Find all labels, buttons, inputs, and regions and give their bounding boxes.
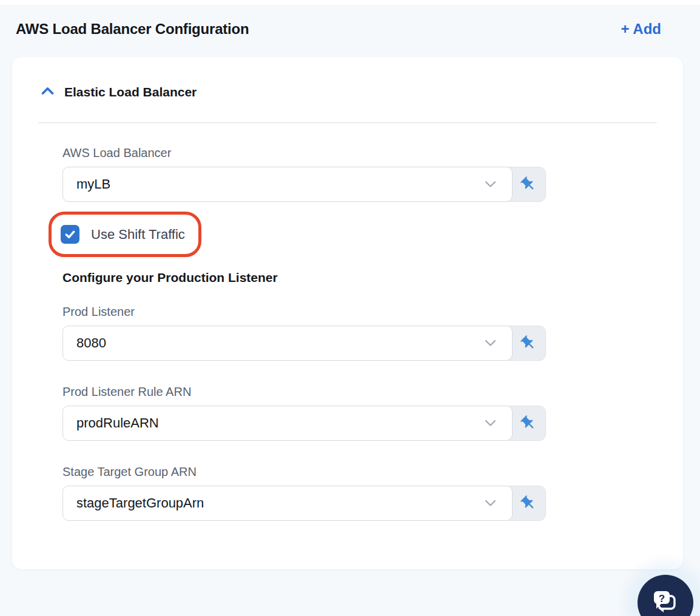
- field-prod-listener: Prod Listener 8080: [62, 305, 546, 361]
- page-title: AWS Load Balancer Configuration: [16, 21, 249, 38]
- chevron-down-icon: [485, 420, 496, 427]
- field-label: Stage Target Group ARN: [62, 465, 546, 479]
- pushpin-icon: [520, 495, 537, 512]
- prod-listener-select-group: 8080: [62, 326, 546, 361]
- field-label: Prod Listener: [62, 305, 546, 319]
- select-value: prodRuleARN: [76, 415, 159, 431]
- field-aws-load-balancer: AWS Load Balancer myLB: [62, 146, 546, 202]
- prod-listener-rule-arn-select[interactable]: prodRuleARN: [62, 406, 513, 441]
- chat-question-icon: ?: [651, 588, 680, 616]
- field-label: Prod Listener Rule ARN: [62, 385, 546, 399]
- select-value: myLB: [76, 176, 110, 192]
- field-prod-listener-rule-arn: Prod Listener Rule ARN prodRuleARN: [62, 385, 546, 441]
- section-divider: [38, 122, 657, 123]
- page-header: AWS Load Balancer Configuration + Add: [0, 5, 700, 38]
- select-value: 8080: [76, 335, 106, 351]
- stage-target-group-arn-select-group: stageTargetGroupArn: [62, 486, 546, 521]
- help-chat-button[interactable]: ?: [638, 575, 693, 616]
- pushpin-icon: [520, 415, 537, 432]
- chevron-down-icon: [485, 181, 496, 188]
- use-shift-traffic-checkbox[interactable]: [61, 225, 79, 244]
- config-card: Elastic Load Balancer AWS Load Balancer …: [12, 57, 683, 569]
- field-label: AWS Load Balancer: [62, 146, 546, 160]
- add-button[interactable]: + Add: [621, 21, 661, 38]
- chevron-down-icon: [485, 340, 496, 347]
- top-strip: [0, 0, 700, 5]
- checkmark-icon: [64, 228, 76, 241]
- chevron-down-icon: [485, 500, 496, 507]
- svg-text:?: ?: [659, 593, 665, 604]
- use-shift-traffic-label[interactable]: Use Shift Traffic: [91, 227, 185, 243]
- aws-load-balancer-select-group: myLB: [62, 167, 546, 202]
- chevron-up-icon[interactable]: [41, 87, 54, 98]
- annotation-highlight: Use Shift Traffic: [49, 212, 201, 257]
- prod-listener-select[interactable]: 8080: [62, 326, 513, 361]
- field-stage-target-group-arn: Stage Target Group ARN stageTargetGroupA…: [62, 465, 546, 521]
- aws-load-balancer-select[interactable]: myLB: [62, 167, 513, 202]
- prod-listener-rule-arn-select-group: prodRuleARN: [62, 406, 546, 441]
- pushpin-icon: [520, 335, 537, 352]
- production-listener-subheading: Configure your Production Listener: [62, 270, 546, 285]
- select-value: stageTargetGroupArn: [76, 495, 204, 511]
- section-title: Elastic Load Balancer: [64, 85, 197, 99]
- section-header-elastic-load-balancer[interactable]: Elastic Load Balancer: [38, 85, 657, 99]
- stage-target-group-arn-select[interactable]: stageTargetGroupArn: [62, 486, 513, 521]
- form-fields: AWS Load Balancer myLB: [62, 146, 546, 521]
- pushpin-icon: [520, 176, 537, 193]
